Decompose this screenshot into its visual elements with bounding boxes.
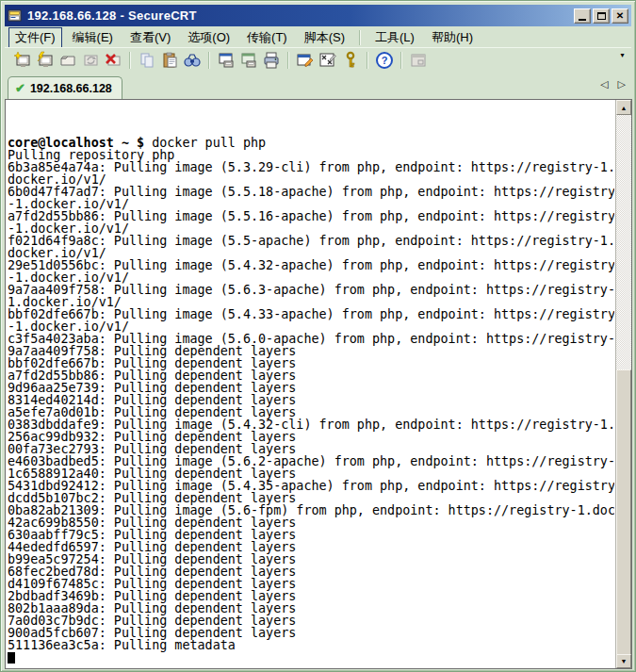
terminal-screen[interactable]: core@localhost ~ $ docker pull phpPullin… [6, 100, 614, 668]
print-selection-button[interactable] [237, 50, 260, 71]
toolbar-separator [400, 52, 402, 69]
reconnect-icon [81, 51, 100, 70]
maximize-icon [597, 12, 606, 20]
print-icon [262, 51, 281, 70]
svg-text:?: ? [382, 55, 388, 66]
vertical-scrollbar[interactable]: ▲ ▼ [615, 100, 631, 668]
terminal-cursor [8, 652, 15, 664]
menu-transfer[interactable]: 传输(T) [240, 27, 294, 48]
menu-script[interactable]: 脚本(S) [298, 27, 351, 48]
reconnect-button [79, 50, 102, 71]
scroll-up-icon: ▲ [621, 105, 628, 111]
quick-connect-icon [36, 51, 55, 70]
session-options-icon [296, 51, 315, 70]
terminal-panel[interactable]: core@localhost ~ $ docker pull phpPullin… [5, 99, 632, 669]
session-manager-icon [409, 51, 428, 70]
disconnect-button[interactable] [102, 50, 124, 71]
toolbar-separator [208, 52, 210, 69]
toolbar-separator [129, 52, 131, 69]
menu-view[interactable]: 查看(V) [123, 27, 177, 48]
menu-help[interactable]: 帮助(H) [425, 27, 480, 48]
key-agent-icon [341, 51, 360, 70]
find-button[interactable] [181, 50, 204, 71]
keymap-editor-button[interactable] [317, 50, 339, 71]
print-button[interactable] [260, 50, 283, 71]
menu-edit[interactable]: 编辑(E) [66, 27, 120, 48]
toolbar-separator [367, 52, 368, 69]
menu-separator [359, 30, 361, 45]
tab-session[interactable]: ✔ 192.168.66.128 [8, 76, 122, 99]
help-button[interactable]: ? [373, 50, 396, 71]
menu-file[interactable]: 文件(F) [8, 27, 62, 48]
securecrt-window: 192.168.66.128 - SecureCRT ✕ 文件(F) 编辑(E)… [0, 0, 636, 672]
scroll-up-button[interactable]: ▲ [616, 100, 631, 115]
app-icon[interactable] [8, 8, 23, 24]
toolbar: ? ▾ [5, 47, 631, 73]
copy-icon [138, 51, 156, 70]
clone-session-button[interactable] [57, 50, 79, 71]
scrollbar-thumb[interactable] [616, 369, 631, 659]
copy-button [136, 50, 158, 71]
minimize-icon [579, 19, 586, 21]
tab-bar: ✔ 192.168.66.128 ◁ ▷ [5, 73, 631, 99]
title-bar: 192.168.66.128 - SecureCRT ✕ [5, 5, 631, 26]
window-title: 192.168.66.128 - SecureCRT [27, 8, 574, 23]
toolbar-overflow-icon: ▾ [620, 51, 624, 59]
paste-button[interactable] [158, 50, 181, 71]
toolbar-overflow-button[interactable]: ▾ [616, 50, 628, 64]
connect-button[interactable] [11, 50, 34, 71]
tab-scroll-right-icon[interactable]: ▷ [618, 78, 626, 90]
close-button[interactable]: ✕ [612, 8, 628, 24]
session-manager-button [407, 50, 430, 71]
disconnect-icon [104, 51, 122, 70]
toolbar-separator [287, 52, 289, 69]
menu-options[interactable]: 选项(O) [181, 27, 236, 48]
print-selection-icon [239, 51, 258, 70]
scroll-down-icon: ▼ [621, 658, 628, 664]
clone-session-icon [58, 51, 77, 70]
find-icon [183, 51, 202, 70]
tab-label: 192.168.66.128 [30, 82, 112, 95]
connect-icon [13, 51, 32, 70]
minimize-button[interactable] [574, 8, 591, 24]
help-icon: ? [375, 51, 394, 70]
close-icon: ✕ [616, 10, 624, 21]
paste-icon [160, 51, 179, 70]
menu-bar: 文件(F) 编辑(E) 查看(V) 选项(O) 传输(T) 脚本(S) 工具(L… [5, 27, 631, 47]
print-screen-button[interactable] [215, 50, 237, 71]
terminal-output: Pulling repository php 6b3a85e4a74a: Pul… [8, 149, 614, 651]
tab-scroll-left-icon[interactable]: ◁ [600, 78, 608, 90]
menu-tools[interactable]: 工具(L) [368, 27, 421, 48]
print-screen-icon [217, 51, 236, 70]
keymap-editor-icon [318, 51, 337, 70]
key-agent-button[interactable] [339, 50, 362, 71]
session-options-button[interactable] [294, 50, 317, 71]
maximize-button[interactable] [593, 8, 610, 24]
quick-connect-button[interactable] [34, 50, 57, 71]
connected-check-icon: ✔ [15, 81, 25, 95]
scroll-down-button[interactable]: ▼ [616, 654, 631, 668]
